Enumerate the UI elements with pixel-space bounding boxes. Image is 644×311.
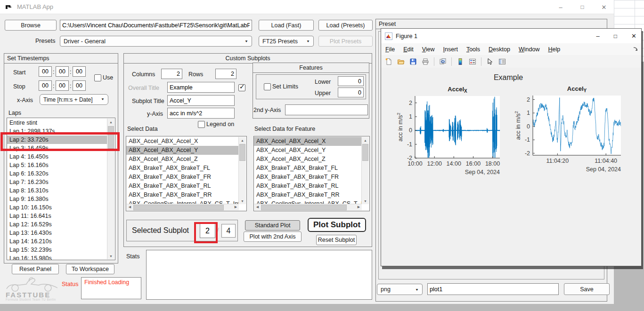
- load-presets-button[interactable]: Load (Presets): [318, 20, 373, 31]
- lap-list-item[interactable]: Lap 14: 16.210s: [7, 237, 107, 246]
- second-yaxis-input[interactable]: [285, 104, 368, 115]
- scroll-right-icon[interactable]: ▶: [356, 204, 362, 210]
- lap-list-item[interactable]: Lap 6: 16.320s: [7, 169, 107, 178]
- legend-checkbox[interactable]: [198, 121, 205, 128]
- scroll-left-icon[interactable]: ◀: [254, 204, 261, 210]
- use-checkbox[interactable]: [94, 74, 101, 81]
- plot-subplot-button[interactable]: Plot Subplot: [308, 218, 366, 232]
- selected-subplot-input[interactable]: [200, 223, 215, 238]
- plot-2nd-axis-button[interactable]: Plot with 2nd Axis: [244, 231, 302, 242]
- select-data-item[interactable]: ABX_Accel_ABX_Accel_Z: [126, 155, 239, 164]
- property-inspector-icon[interactable]: [497, 56, 507, 67]
- lap-list-item[interactable]: Lap 13: 16.430s: [7, 229, 107, 237]
- select-data-item[interactable]: ABX_BrakeT_ABX_BrakeT_RL: [126, 182, 239, 191]
- lower-input[interactable]: [338, 76, 364, 86]
- laps-scrollbar[interactable]: ▲ ▼: [107, 119, 114, 259]
- scroll-down-icon[interactable]: ▼: [362, 198, 369, 204]
- new-figure-icon[interactable]: [383, 56, 394, 67]
- reset-subplot-button[interactable]: Reset Subplot: [316, 235, 357, 245]
- open-file-icon[interactable]: [396, 56, 406, 67]
- start-min-input[interactable]: [56, 66, 69, 77]
- start-hour-input[interactable]: [39, 66, 52, 77]
- columns-input[interactable]: [161, 69, 182, 79]
- lap-list-item[interactable]: Lap 9: 16.380s: [7, 195, 107, 203]
- lap-list-item[interactable]: Lap 5: 16.160s: [7, 161, 107, 169]
- ft25-presets-dropdown[interactable]: FT25 Presets ▼: [259, 36, 314, 47]
- select-data-item[interactable]: ABX_BrakeT_ABX_BrakeT_RR: [126, 191, 239, 199]
- colorbar-icon[interactable]: [455, 56, 465, 67]
- legend-icon[interactable]: [467, 56, 478, 67]
- lap-list-item[interactable]: Lap 7: 16.230s: [7, 178, 107, 186]
- figure-titlebar[interactable]: Figure 1 – □ ✕: [381, 29, 641, 44]
- lap-list-item[interactable]: Lap 12: 16.529s: [7, 220, 107, 229]
- link-plot-icon[interactable]: [438, 56, 448, 67]
- lap-list-item[interactable]: Lap 8: 16.310s: [7, 186, 107, 195]
- minimize-icon[interactable]: –: [596, 32, 600, 40]
- menu-file[interactable]: File: [381, 46, 399, 53]
- format-dropdown[interactable]: png ▼: [377, 284, 423, 295]
- scroll-thumb[interactable]: [239, 144, 245, 161]
- scroll-thumb[interactable]: [362, 144, 368, 161]
- select-data-vscroll[interactable]: ▲ ▼: [238, 137, 246, 204]
- lap-list-item[interactable]: Entire stint: [7, 119, 107, 127]
- feature-data-item[interactable]: ABX_Accel_ABX_Accel_X: [254, 137, 362, 146]
- feature-data-item[interactable]: ABX_BrakeT_ABX_BrakeT_FR: [254, 173, 362, 182]
- lap-list-item[interactable]: Lap 1: 2898.137s: [7, 127, 107, 136]
- menu-window[interactable]: Window: [514, 46, 544, 53]
- lap-list-item[interactable]: Lap 11: 16.641s: [7, 212, 107, 220]
- scroll-right-icon[interactable]: ▶: [233, 204, 239, 210]
- lap-list-item[interactable]: Lap 3: 16.459s: [7, 144, 107, 152]
- close-icon[interactable]: ✕: [600, 4, 608, 11]
- yaxis-input[interactable]: [167, 108, 235, 119]
- scroll-down-icon[interactable]: ▼: [107, 253, 114, 259]
- feature-data-item[interactable]: ABX_BrakeT_ABX_BrakeT_FL: [254, 164, 362, 173]
- close-icon[interactable]: ✕: [631, 32, 636, 40]
- feature-data-item[interactable]: ABX_BrakeT_ABX_BrakeT_RL: [254, 182, 362, 191]
- feature-data-item[interactable]: ABX_BrakeT_ABX_BrakeT_RR: [254, 191, 362, 199]
- feature-data-vscroll[interactable]: ▲ ▼: [361, 137, 369, 204]
- lap-list-item[interactable]: Lap 4: 16.450s: [7, 152, 107, 161]
- scroll-thumb[interactable]: [108, 126, 114, 149]
- feature-data-item[interactable]: ABX_Accel_ABX_Accel_Z: [254, 155, 362, 164]
- plot-presets-button[interactable]: Plot Presets: [318, 36, 373, 47]
- select-data-item[interactable]: ABX_Accel_ABX_Accel_X: [126, 137, 239, 146]
- xaxis-dropdown[interactable]: Time [h:m:s + Date] ▼: [40, 94, 108, 105]
- standard-plot-button[interactable]: Standard Plot: [245, 220, 300, 231]
- menu-desktop[interactable]: Desktop: [484, 46, 514, 53]
- rows-input[interactable]: [215, 69, 236, 79]
- feature-data-hscroll[interactable]: ◀ ▶: [254, 204, 362, 210]
- print-figure-icon[interactable]: [420, 56, 431, 67]
- presets-dropdown[interactable]: Driver - General ▼: [60, 36, 252, 47]
- save-button[interactable]: Save: [564, 283, 610, 295]
- load-fast-button[interactable]: Load (Fast): [259, 20, 314, 31]
- select-data-item[interactable]: ABX_Accel_ABX_Accel_Y: [126, 146, 239, 155]
- minimize-icon[interactable]: –: [556, 4, 565, 11]
- menu-insert[interactable]: Insert: [439, 46, 462, 53]
- scroll-up-icon[interactable]: ▲: [107, 119, 114, 125]
- overall-title-checkbox[interactable]: [238, 84, 245, 91]
- start-sec-input[interactable]: [73, 66, 86, 77]
- maximize-icon[interactable]: □: [614, 33, 617, 40]
- edit-plot-arrow-icon[interactable]: [485, 56, 495, 67]
- set-limits-checkbox[interactable]: [264, 83, 271, 90]
- upper-input[interactable]: [338, 88, 364, 97]
- select-data-item[interactable]: ABX_BrakeT_ABX_BrakeT_FR: [126, 173, 239, 182]
- scroll-up-icon[interactable]: ▲: [239, 137, 246, 144]
- path-input[interactable]: [60, 20, 252, 31]
- save-figure-icon[interactable]: [408, 56, 418, 67]
- dock-figure-icon[interactable]: [633, 47, 638, 52]
- app-titlebar[interactable]: MATLAB App – □ ✕: [0, 0, 614, 14]
- menu-help[interactable]: Help: [544, 46, 564, 53]
- overall-title-input[interactable]: [167, 82, 235, 93]
- menu-edit[interactable]: Edit: [399, 46, 418, 53]
- lap-list-item[interactable]: Lap 16: 15.980s: [7, 254, 107, 260]
- stop-sec-input[interactable]: [73, 80, 86, 91]
- feature-data-item[interactable]: ABX_Accel_ABX_Accel_Y: [254, 146, 362, 155]
- lap-list-item[interactable]: Lap 2: 33.720s: [7, 136, 107, 144]
- menu-view[interactable]: View: [418, 46, 439, 53]
- scroll-up-icon[interactable]: ▲: [362, 137, 369, 144]
- lap-list-item[interactable]: Lap 10: 16.150s: [7, 203, 107, 212]
- filename-input[interactable]: [427, 283, 559, 295]
- subplot-title-input[interactable]: [167, 95, 235, 106]
- reset-panel-button[interactable]: Reset Panel: [12, 264, 59, 274]
